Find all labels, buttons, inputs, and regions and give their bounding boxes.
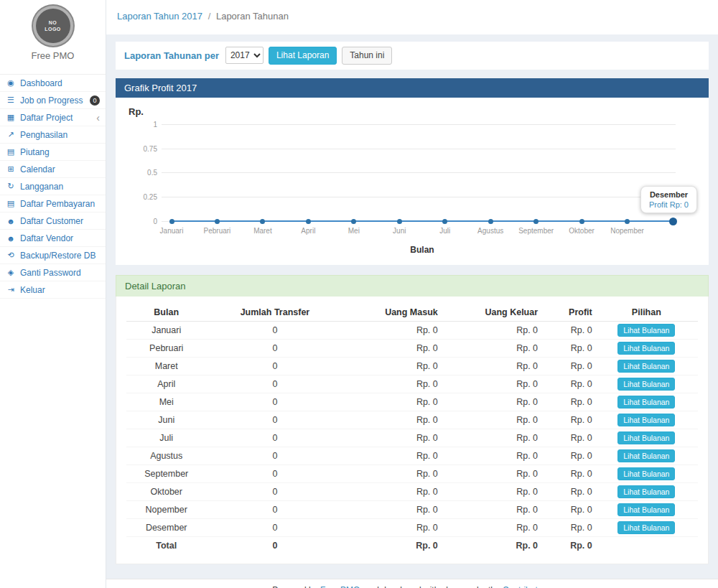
main-area: Laporan Tahun 2017 / Laporan Tahunan Lap… <box>106 0 718 588</box>
cell-transfer: 0 <box>206 518 343 536</box>
lihat-bulanan-button[interactable]: Lihat Bulanan <box>617 449 675 462</box>
cell-month: Maret <box>126 357 206 375</box>
chart-point[interactable] <box>260 219 265 224</box>
chart-point[interactable] <box>169 219 174 224</box>
x-tick: April <box>301 227 315 235</box>
lihat-bulanan-button[interactable]: Lihat Bulanan <box>617 485 675 498</box>
cell-transfer: 0 <box>206 375 343 393</box>
chart-point[interactable] <box>442 219 447 224</box>
tooltip-title: Desember <box>649 190 689 199</box>
app-window: NO LOGO Free PMO ◉ Dashboard ☰ Job on Pr… <box>0 0 718 588</box>
table-row: Agustus 0 Rp. 0 Rp. 0 Rp. 0 Lihat Bulana… <box>126 447 698 465</box>
cell-transfer: 0 <box>206 411 343 429</box>
sidebar-item-daftar-vendor[interactable]: ☻ Daftar Vendor <box>0 230 106 247</box>
credit-card-icon: ▤ <box>6 199 16 208</box>
y-tick: 0.25 <box>130 193 157 201</box>
cell-profit: Rp. 0 <box>541 357 595 375</box>
sidebar-item-keluar[interactable]: ⇥ Keluar <box>0 281 106 299</box>
sidebar-item-label: Daftar Pembayaran <box>20 199 95 209</box>
total-label: Total <box>126 536 206 554</box>
lihat-bulanan-button[interactable]: Lihat Bulanan <box>617 467 675 480</box>
sidebar-item-backup-restore-db[interactable]: ⟲ Backup/Restore DB <box>0 247 106 264</box>
lihat-bulanan-button[interactable]: Lihat Bulanan <box>617 414 675 426</box>
lihat-bulanan-button[interactable]: Lihat Bulanan <box>617 521 675 534</box>
report-form-label: Laporan Tahunan per <box>124 50 219 61</box>
cell-month: Juni <box>126 411 206 429</box>
sidebar-item-daftar-project[interactable]: ▦ Daftar Project ‹ <box>0 109 106 126</box>
cell-out: Rp. 0 <box>441 465 541 482</box>
y-tick: 0.75 <box>130 145 157 153</box>
table-total-row: Total 0 Rp. 0 Rp. 0 Rp. 0 <box>126 536 698 554</box>
sidebar-item-label: Calendar <box>20 164 55 174</box>
cell-transfer: 0 <box>206 465 343 482</box>
lihat-bulanan-button[interactable]: Lihat Bulanan <box>617 396 675 409</box>
chart-point[interactable] <box>397 219 402 224</box>
breadcrumb-parent-link[interactable]: Laporan Tahun 2017 <box>117 11 202 22</box>
x-axis-title: Bulan <box>172 245 673 255</box>
cell-out: Rp. 0 <box>441 518 541 536</box>
lihat-bulanan-button[interactable]: Lihat Bulanan <box>617 431 675 444</box>
sidebar-item-label: Langganan <box>20 182 63 192</box>
chart-point[interactable] <box>625 219 630 224</box>
chart-point[interactable] <box>306 219 311 224</box>
sidebar-item-penghasilan[interactable]: ↗ Penghasilan <box>0 126 106 144</box>
lihat-laporan-button[interactable]: Lihat Laporan <box>269 47 337 65</box>
chart-point[interactable] <box>351 219 356 224</box>
sidebar-item-label: Backup/Restore DB <box>20 251 95 261</box>
chart-line <box>172 220 673 222</box>
cell-out: Rp. 0 <box>441 447 541 465</box>
cell-profit: Rp. 0 <box>541 339 595 357</box>
sidebar-item-label: Daftar Project <box>20 113 73 123</box>
sidebar-item-daftar-pembayaran[interactable]: ▤ Daftar Pembayaran <box>0 195 106 213</box>
lihat-bulanan-button[interactable]: Lihat Bulanan <box>617 378 675 391</box>
chart-point[interactable] <box>215 219 220 224</box>
chart-plot-area: 1 0.75 0.5 0.25 0 <box>162 124 676 221</box>
footer: Powered by Free PMO, and developed with … <box>106 579 718 588</box>
footer-brand-link[interactable]: Free PMO <box>320 585 360 588</box>
profit-chart-panel: Grafik Profit 2017 Rp. 1 0.75 0.5 <box>116 78 709 265</box>
sidebar-item-dashboard[interactable]: ◉ Dashboard <box>0 75 106 92</box>
chart-point[interactable] <box>533 219 538 224</box>
lihat-bulanan-button[interactable]: Lihat Bulanan <box>617 342 675 355</box>
brand-name: Free PMO <box>0 50 106 61</box>
x-tick: Juni <box>393 227 406 235</box>
credit-card-icon: ▤ <box>6 147 16 157</box>
footer-contributors-link[interactable]: Contributors <box>503 585 549 588</box>
cell-transfer: 0 <box>206 429 343 447</box>
chart-point[interactable] <box>579 219 584 224</box>
lihat-bulanan-button[interactable]: Lihat Bulanan <box>617 324 675 337</box>
sidebar-item-langganan[interactable]: ↻ Langganan <box>0 178 106 195</box>
breadcrumb-separator: / <box>208 11 211 22</box>
sidebar-item-daftar-customer[interactable]: ☻ Daftar Customer <box>0 213 106 230</box>
chart-point[interactable] <box>488 219 493 224</box>
tooltip-value: Profit Rp: 0 <box>649 200 689 209</box>
sidebar-item-ganti-password[interactable]: ◈ Ganti Password <box>0 264 106 281</box>
cell-in: Rp. 0 <box>343 321 440 339</box>
year-select[interactable]: 2017 <box>225 47 264 64</box>
chart-point-active[interactable] <box>669 218 677 225</box>
sidebar-item-label: Daftar Customer <box>20 216 83 226</box>
chevron-left-icon: ‹ <box>96 114 100 121</box>
calendar-icon: ⊞ <box>6 164 16 174</box>
sign-out-icon: ⇥ <box>6 285 16 294</box>
cell-month: Pebruari <box>126 339 206 357</box>
sidebar-item-calendar[interactable]: ⊞ Calendar <box>0 161 106 178</box>
lihat-bulanan-button[interactable]: Lihat Bulanan <box>617 360 675 373</box>
cell-out: Rp. 0 <box>441 429 541 447</box>
cell-in: Rp. 0 <box>343 375 440 393</box>
total-transfer: 0 <box>206 536 343 554</box>
lihat-bulanan-button[interactable]: Lihat Bulanan <box>617 503 675 516</box>
cell-month: Nopember <box>126 500 206 518</box>
breadcrumb-current: Laporan Tahunan <box>216 11 289 22</box>
col-header-pilihan: Pilihan <box>595 304 698 322</box>
table-icon: ▦ <box>6 113 16 122</box>
cell-profit: Rp. 0 <box>541 429 595 447</box>
cell-month: April <box>126 375 206 393</box>
sidebar-item-job-on-progress[interactable]: ☰ Job on Progress 0 <box>0 92 106 109</box>
database-icon: ⟲ <box>6 251 16 260</box>
tasks-icon: ☰ <box>6 95 16 105</box>
x-tick: Nopember <box>610 227 644 235</box>
sidebar-item-label: Dashboard <box>20 78 62 88</box>
sidebar-item-piutang[interactable]: ▤ Piutang <box>0 144 106 161</box>
tahun-ini-button[interactable]: Tahun ini <box>342 47 392 65</box>
